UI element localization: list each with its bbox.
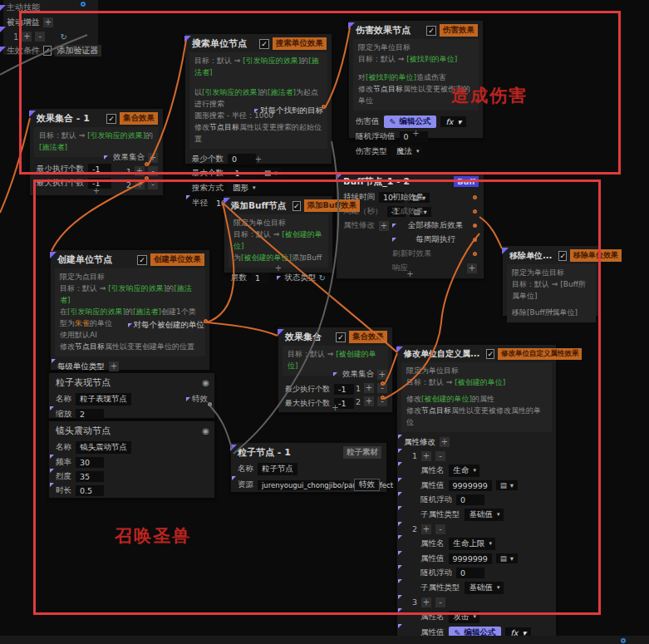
node-effect-set-2[interactable]: 效果集合 ✓ 集合效果 目标：默认 ⇒ [被创建的单位] 最少执行个数 -1 最…: [278, 327, 393, 413]
entry-plus-button[interactable]: +: [421, 524, 431, 534]
gain-minus-button[interactable]: -: [35, 32, 45, 42]
value-source-dropdown[interactable]: ▤▾: [496, 553, 518, 563]
value-source-dropdown[interactable]: ▤▾: [260, 168, 282, 178]
node-graph-canvas[interactable]: 主动技能 被动增益 + 1 + - ↻ 生效条件 ✓ 添加验证器 效果集合 - …: [0, 0, 649, 644]
node-camera-shake[interactable]: 镜头震动节点 ◉ 名称 镜头震动节点 频率 30 烈度 35 时长 0.5: [48, 420, 215, 499]
append-node-button[interactable]: +: [275, 263, 282, 273]
append-node-button[interactable]: +: [406, 269, 413, 278]
append-node-button[interactable]: +: [93, 186, 100, 195]
enabled-checkbox[interactable]: ✓: [293, 201, 301, 211]
gear-icon[interactable]: ◉: [202, 426, 209, 435]
name-input[interactable]: 粒子表现节点: [76, 393, 131, 406]
enabled-checkbox[interactable]: ✓: [426, 26, 436, 36]
gain-plus-button[interactable]: +: [22, 32, 32, 42]
name-input[interactable]: 镜头震动节点: [76, 441, 131, 454]
node-remove-unit[interactable]: 移除单位... ✓ 移除单位效果 限定为单位目标 目标：默认 ⇒ [Buff所属…: [502, 245, 601, 317]
node-input-arrow-icon[interactable]: [50, 252, 57, 258]
name-input[interactable]: 粒子节点: [258, 463, 297, 475]
node-add-buff[interactable]: 添加Buff节点 ✓ 添加Buff效果 限定为单位目标 目标：默认 ⇒ [被创建…: [224, 195, 333, 273]
attr-name-select[interactable]: 攻击▾: [449, 611, 480, 623]
edit-formula-button[interactable]: ✎编辑公式: [384, 116, 437, 128]
port-icon[interactable]: [381, 381, 385, 386]
node-particle-display[interactable]: 粒子表现节点 ◉ 名称 粒子表现节点 特效 缩放 2: [48, 372, 215, 419]
scale-input[interactable]: 2: [76, 409, 104, 420]
node-input-arrow-icon[interactable]: [184, 36, 191, 42]
slot-plus-button[interactable]: +: [364, 396, 374, 406]
add-validator-button[interactable]: 添加验证器: [55, 45, 101, 57]
fx-output-port[interactable]: 特效: [186, 394, 208, 405]
node-create-unit[interactable]: 创建单位节点 ✓ 创建单位效果 限定为点目标 目标：默认 ⇒ [引发响应的效果]…: [50, 249, 210, 371]
random-float-input[interactable]: 0: [456, 568, 484, 578]
attr-modify-add-button[interactable]: +: [379, 221, 389, 231]
loop-icon[interactable]: ↻: [60, 32, 66, 42]
enabled-checkbox[interactable]: ✓: [486, 349, 494, 359]
append-node-button[interactable]: +: [255, 155, 262, 164]
slot-plus-button[interactable]: +: [135, 166, 145, 176]
enabled-checkbox[interactable]: ✓: [106, 114, 116, 124]
port-icon[interactable]: [204, 319, 208, 323]
foreach-created-unit-port[interactable]: 对每个被创建的单位: [128, 320, 205, 331]
node-particle-1[interactable]: 粒子节点 - 1 粒子素材 名称 粒子节点 资源 jurenyougui_cho…: [230, 442, 387, 493]
port-icon[interactable]: [208, 402, 212, 406]
add-gain-button[interactable]: +: [43, 17, 53, 27]
max-count-input[interactable]: -1: [228, 168, 256, 179]
node-input-arrow-icon[interactable]: [29, 111, 36, 117]
blue-port-bottom-icon[interactable]: [621, 638, 626, 643]
state-type-link-icon[interactable]: ↻: [319, 273, 326, 283]
node-modify-attr[interactable]: 修改单位自定义属... ✓ 修改单位自定义属性效果 限定为单位目标 目标：默认 …: [396, 344, 557, 644]
enabled-checkbox[interactable]: ✓: [137, 255, 147, 265]
add-effect-button[interactable]: +: [148, 153, 158, 163]
append-node-button[interactable]: +: [548, 307, 554, 316]
entry-minus-button[interactable]: -: [435, 451, 445, 461]
node-input-arrow-icon[interactable]: [502, 248, 509, 254]
frequency-input[interactable]: 30: [76, 457, 104, 468]
subtype-select[interactable]: 基础值▾: [465, 582, 504, 594]
blue-port-icon[interactable]: [81, 2, 86, 7]
fx-asset-button[interactable]: 特效: [354, 479, 380, 491]
damage-type-select[interactable]: 魔法▾: [391, 145, 423, 158]
enabled-checkbox[interactable]: ✓: [259, 39, 269, 49]
node-effect-set-1[interactable]: 效果集合 - 1 ✓ 集合效果 目标：默认 ⇒ [引发响应的效果]的[施法者] …: [29, 108, 164, 196]
fx-dropdown[interactable]: fx▾: [440, 116, 466, 127]
port-icon[interactable]: [473, 238, 477, 242]
attr-value-input[interactable]: 9999999: [449, 480, 492, 491]
intensity-input[interactable]: 35: [76, 471, 104, 482]
port-icon[interactable]: [381, 396, 385, 400]
node-damage-effect[interactable]: 伤害效果节点 ✓ 伤害效果 限定为单位目标 目标：默认 ⇒ [被找到的单位] 对…: [348, 20, 484, 139]
append-node-button[interactable]: +: [412, 129, 419, 138]
attr-name-select[interactable]: 生命上限▾: [449, 538, 496, 550]
attr-name-select[interactable]: 生命▾: [449, 465, 480, 477]
add-response-button[interactable]: +: [467, 263, 477, 273]
node-input-arrow-icon[interactable]: [336, 174, 342, 180]
search-mode-select[interactable]: 圆形▾: [228, 182, 259, 194]
min-count-input[interactable]: 0: [228, 154, 256, 165]
port-icon[interactable]: [322, 105, 326, 109]
slot-minus-button[interactable]: -: [148, 179, 158, 189]
append-node-button[interactable]: +: [332, 403, 338, 412]
port-icon[interactable]: [473, 195, 477, 199]
random-float-input[interactable]: 0: [456, 494, 484, 505]
entry-minus-button[interactable]: -: [435, 524, 445, 534]
node-input-arrow-icon[interactable]: [230, 445, 237, 451]
gear-icon[interactable]: ◉: [202, 378, 209, 387]
value-source-dropdown[interactable]: ▤▾: [496, 480, 518, 490]
add-effect-button[interactable]: +: [377, 370, 387, 380]
port-icon[interactable]: [473, 252, 477, 256]
node-buff[interactable]: Buff节点_1 - 2 Buff 持续时间 10 ▤▾ 周期（秒） -1 ▤▾…: [336, 171, 484, 279]
port-icon[interactable]: [473, 224, 477, 228]
port-icon[interactable]: [145, 176, 149, 180]
unit-type-add-button[interactable]: +: [109, 361, 119, 371]
entry-plus-button[interactable]: +: [421, 451, 431, 461]
entry-minus-button[interactable]: -: [435, 597, 445, 607]
attr-modify-add-button[interactable]: +: [440, 437, 450, 447]
slot-plus-button[interactable]: +: [364, 383, 374, 393]
slot-plus-button[interactable]: +: [135, 179, 145, 189]
slot-minus-button[interactable]: -: [148, 166, 158, 176]
duration-input[interactable]: 0.5: [76, 485, 104, 496]
node-input-arrow-icon[interactable]: [224, 198, 230, 204]
node-input-arrow-icon[interactable]: [278, 329, 284, 336]
resource-input[interactable]: jurenyougui_chongjibo/particle.effect: [258, 480, 350, 490]
node-input-arrow-icon[interactable]: [348, 22, 355, 29]
port-icon[interactable]: [145, 162, 149, 166]
port-icon[interactable]: [473, 209, 477, 214]
